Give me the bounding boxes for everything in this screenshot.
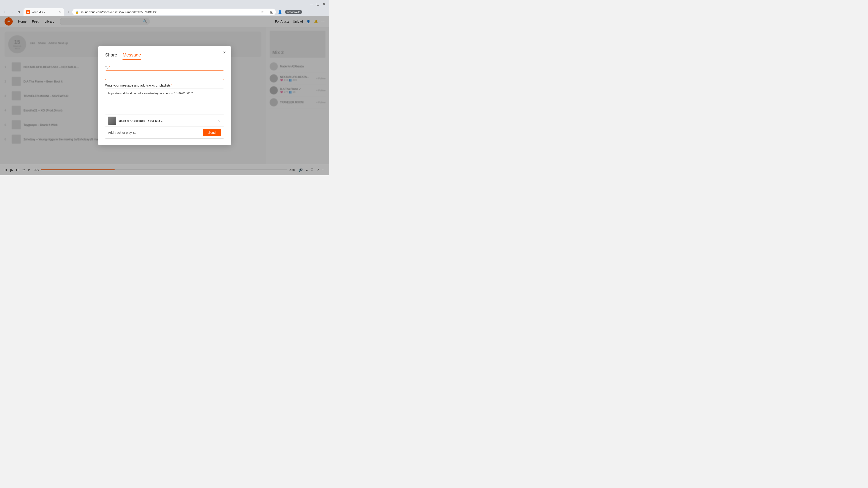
attachment-title-text: Your Mix 2 [148,119,162,123]
close-button[interactable]: ✕ [322,2,327,6]
active-tab[interactable]: ≋ Your Mix 2 ✕ [24,8,64,15]
tab-title: Your Mix 2 [32,10,56,14]
attachment-artist: Made for A24beaba - Your Mix 2 [119,119,162,123]
message-attachment: Made for A24beaba - Your Mix 2 × [105,115,224,127]
modal-tabs: Share Message [105,53,224,60]
forward-button[interactable]: → [8,9,15,15]
tab-favicon-icon: ≋ [26,10,30,14]
minimize-button[interactable]: ─ [309,2,314,6]
reload-button[interactable]: ↻ [16,9,22,15]
tab-share[interactable]: Share [105,53,117,60]
modal-close-button[interactable]: × [221,49,228,56]
attachment-remove-button[interactable]: × [217,119,221,123]
toolbar-right: 👤 Incognito (2) ⋮ [277,9,310,15]
title-bar: ─ ▢ ✕ [0,0,329,8]
tab-close-button[interactable]: ✕ [58,10,61,14]
to-label: To * [105,66,224,69]
attachment-info: Made for A24beaba - Your Mix 2 [119,119,214,123]
address-bar[interactable]: 🔒 soundcloud.com/discover/sets/your-mood… [72,8,276,15]
address-icons: ☆ ⊞ ▣ [261,10,273,14]
modal-overlay: × Share Message To * Write your message … [0,16,329,175]
message-area-wrapper: https://soundcloud.com/discover/sets/you… [105,89,224,139]
page-content: ≋ Home Feed Library 🔍 For Artists Upload… [0,16,329,175]
modal-footer: Add track or playlist Send [105,127,224,138]
to-input[interactable] [105,70,224,80]
tab-message[interactable]: Message [123,53,141,60]
send-button[interactable]: Send [203,129,221,136]
url-text: soundcloud.com/discover/sets/your-moods:… [81,10,259,14]
profile-button[interactable]: 👤 [277,9,283,15]
new-tab-button[interactable]: + [65,9,71,15]
maximize-button[interactable]: ▢ [315,2,320,6]
bookmark-icon[interactable]: ☆ [261,10,264,14]
incognito-badge[interactable]: Incognito (2) [285,10,302,14]
message-textarea[interactable]: https://soundcloud.com/discover/sets/you… [105,89,224,113]
lock-icon: 🔒 [75,10,79,14]
back-forward-controls: ← → ↻ [2,9,22,15]
attachment-thumbnail [108,117,116,125]
extensions-icon[interactable]: ⊞ [266,10,268,14]
attachment-thumb-image [108,117,116,125]
tab-bar: ← → ↻ ≋ Your Mix 2 ✕ + 🔒 soundcloud.com/… [0,8,329,16]
required-star: * [109,66,110,69]
add-track-button[interactable]: Add track or playlist [108,131,135,134]
window-controls: ─ ▢ ✕ [309,2,327,6]
share-message-modal: × Share Message To * Write your message … [98,46,231,145]
message-label: Write your message and add tracks or pla… [105,84,224,87]
reader-icon[interactable]: ▣ [270,10,273,14]
more-button[interactable]: ⋮ [304,9,310,15]
back-button[interactable]: ← [2,9,8,15]
browser-chrome: ─ ▢ ✕ ← → ↻ ≋ Your Mix 2 ✕ + 🔒 soundclou… [0,0,329,16]
required-star-message: * [171,84,172,87]
